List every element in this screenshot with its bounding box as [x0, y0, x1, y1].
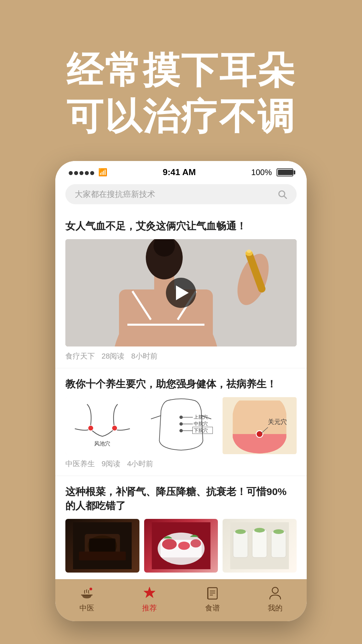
article-2-meta: 中医养生 9阅读 4小时前: [65, 459, 297, 469]
food-dark-svg: [69, 522, 136, 569]
status-right: 100%: [251, 168, 293, 177]
article-2-diagrams: 风池穴: [65, 397, 297, 454]
food-white-svg: [226, 522, 293, 569]
article-3-title: 这种根菜，补肾气、降压降糖、抗衰老！可惜90%的人都吃错了: [65, 485, 297, 513]
article-3-images: [65, 519, 297, 573]
article-2[interactable]: 教你十个养生要穴，助您强身健体，祛病养生！: [55, 368, 307, 476]
food-image-3: [223, 519, 297, 573]
article-2-time: 4小时前: [127, 459, 153, 469]
battery-icon: [275, 168, 293, 176]
food-image-2: [144, 519, 218, 573]
svg-rect-4: [119, 289, 213, 346]
svg-point-61: [272, 587, 278, 593]
svg-point-46: [190, 539, 201, 548]
article-1-meta: 食疗天下 28阅读 8小时前: [65, 351, 297, 361]
svg-rect-48: [233, 531, 248, 557]
tab-shipu-icon: [204, 585, 221, 601]
phone-body: 📶 9:41 AM 100% 大家都在搜抗癌新技术: [55, 161, 307, 621]
svg-text:风池穴: 风池穴: [94, 440, 110, 446]
article-2-title: 教你十个养生要穴，助您强身健体，祛病养生！: [65, 377, 297, 391]
play-button[interactable]: [166, 278, 196, 308]
tab-tuijian[interactable]: 推荐: [128, 585, 171, 613]
tab-zhongyi[interactable]: 中医: [65, 585, 109, 613]
search-placeholder: 大家都在搜抗癌新技术: [75, 189, 273, 200]
svg-point-54: [89, 588, 92, 590]
svg-point-44: [162, 539, 177, 550]
battery-percent: 100%: [251, 168, 272, 177]
status-bar: 📶 9:41 AM 100%: [55, 161, 307, 181]
tab-tuijian-icon: [141, 585, 158, 601]
svg-marker-55: [144, 587, 155, 598]
article-1-time: 8小时前: [131, 351, 157, 361]
tab-wode[interactable]: 我的: [253, 585, 297, 613]
status-time: 9:41 AM: [163, 167, 196, 177]
article-1-reads: 28阅读: [102, 351, 124, 361]
hero-title-line1: 经常摸下耳朵: [27, 47, 335, 93]
svg-point-51: [235, 529, 246, 534]
food-red-svg: [147, 522, 215, 569]
svg-point-33: [256, 431, 263, 437]
search-input-box[interactable]: 大家都在搜抗癌新技术: [65, 184, 297, 204]
signal-dots: [69, 168, 96, 177]
svg-rect-40: [79, 552, 126, 560]
phone-mockup: 📶 9:41 AM 100% 大家都在搜抗癌新技术: [55, 161, 307, 621]
diagram-wanxue: 上脘穴 中脘穴 下脘穴: [144, 397, 218, 454]
article-1-title: 女人气血不足，艾灸这俩穴让气血畅通！: [65, 219, 297, 233]
tab-shipu-label: 食谱: [205, 603, 220, 613]
hero-title-line2: 可以治疗不调: [27, 93, 335, 140]
fengchi-svg: 风池穴: [69, 400, 136, 451]
svg-rect-50: [272, 531, 286, 557]
tab-shipu[interactable]: 食谱: [191, 585, 234, 613]
article-2-reads: 9阅读: [102, 459, 120, 469]
svg-rect-39: [89, 538, 116, 553]
svg-point-25: [179, 416, 183, 419]
wanxue-svg: 上脘穴 中脘穴 下脘穴: [144, 397, 218, 454]
tab-zhongyi-icon: [79, 585, 95, 601]
wode-svg-icon: [267, 585, 283, 601]
search-bar[interactable]: 大家都在搜抗癌新技术: [55, 181, 307, 210]
svg-point-27: [179, 429, 183, 432]
svg-point-26: [179, 422, 183, 426]
article-1-image[interactable]: [65, 239, 297, 346]
tab-bar: 中医 推荐: [55, 579, 307, 621]
diagram-fengchi: 风池穴: [65, 397, 139, 454]
svg-point-45: [178, 542, 190, 550]
tab-wode-label: 我的: [268, 603, 283, 613]
svg-rect-49: [252, 530, 267, 557]
diagram-guanyuan: 关元穴: [223, 397, 297, 454]
wifi-icon: 📶: [98, 168, 107, 177]
svg-point-52: [254, 528, 265, 533]
svg-point-16: [88, 425, 93, 431]
status-left: 📶: [69, 168, 107, 177]
svg-point-53: [274, 529, 284, 534]
svg-text:关元穴: 关元穴: [268, 418, 287, 425]
play-icon: [176, 285, 189, 300]
article-3[interactable]: 这种根菜，补肾气、降压降糖、抗衰老！可惜90%的人都吃错了: [55, 476, 307, 579]
hero-section: 经常摸下耳朵 可以治疗不调: [0, 27, 362, 153]
svg-point-14: [247, 250, 251, 253]
tab-wode-icon: [267, 585, 283, 601]
svg-text:下脘穴: 下脘穴: [194, 428, 208, 433]
article-1-source: 食疗天下: [65, 351, 95, 361]
article-2-source: 中医养生: [65, 459, 95, 469]
svg-text:上脘穴: 上脘穴: [194, 414, 208, 420]
svg-text:中脘穴: 中脘穴: [194, 421, 208, 426]
tab-zhongyi-label: 中医: [79, 603, 94, 613]
guanyuan-svg: 关元穴: [223, 397, 297, 454]
search-icon: [277, 189, 287, 199]
food-image-1: [65, 519, 139, 573]
zhongyi-svg-icon: [79, 585, 95, 601]
tab-tuijian-label: 推荐: [142, 603, 157, 613]
tuijian-svg-icon: [141, 585, 158, 601]
svg-point-17: [112, 425, 117, 431]
svg-line-1: [284, 196, 287, 199]
article-1[interactable]: 女人气血不足，艾灸这俩穴让气血畅通！: [55, 210, 307, 368]
content-area: 女人气血不足，艾灸这俩穴让气血畅通！: [55, 210, 307, 579]
shipu-svg-icon: [204, 585, 221, 601]
